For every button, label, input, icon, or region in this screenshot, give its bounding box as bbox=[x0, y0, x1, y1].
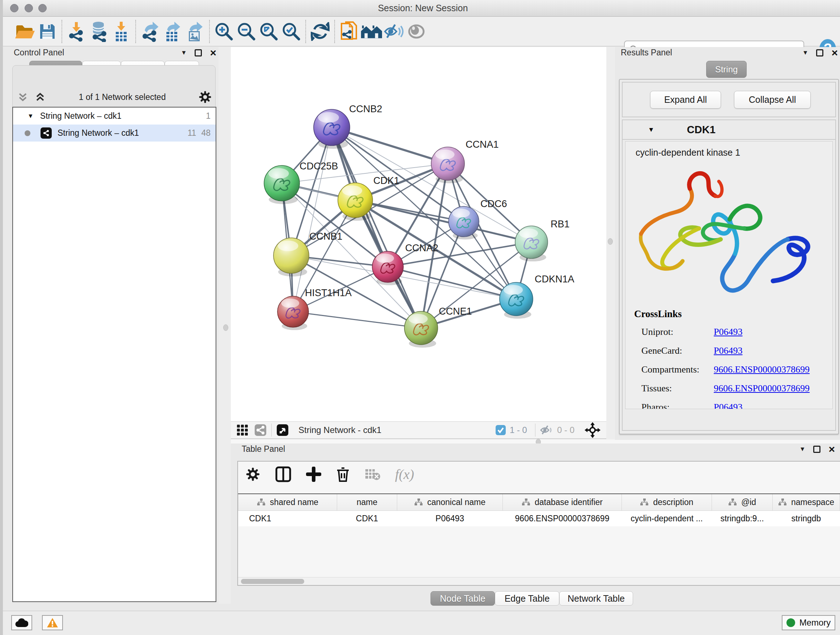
import-network-icon bbox=[67, 21, 86, 42]
expand-all-icon[interactable] bbox=[34, 91, 46, 103]
import-table-button[interactable] bbox=[110, 20, 133, 43]
table-options-gear-icon[interactable] bbox=[245, 467, 261, 482]
cell-shared-name[interactable]: CDK1 bbox=[238, 510, 337, 526]
network-edge[interactable] bbox=[388, 267, 516, 299]
crosslink-pharos-link[interactable]: P06493 bbox=[714, 402, 742, 409]
network-node-hist1h1a[interactable] bbox=[278, 296, 309, 330]
refresh-button[interactable] bbox=[309, 20, 332, 43]
panel-close-icon[interactable]: × bbox=[829, 446, 835, 453]
grid-view-icon[interactable] bbox=[236, 424, 249, 437]
network-node-ccnb1[interactable] bbox=[273, 238, 309, 277]
open-session-button[interactable] bbox=[14, 20, 36, 43]
network-from-file-button[interactable] bbox=[338, 20, 360, 43]
save-session-button[interactable] bbox=[36, 20, 58, 43]
pan-crosshair-icon[interactable] bbox=[584, 422, 600, 438]
network-node-ccne1[interactable] bbox=[404, 311, 438, 348]
cell-database-identifier[interactable]: 9606.ENSP00000378699 bbox=[503, 510, 622, 526]
network-row-selected[interactable]: String Network – cdk1 11 48 bbox=[13, 125, 216, 141]
home-view-button[interactable] bbox=[360, 20, 383, 43]
hidden-eye-slash-icon[interactable] bbox=[540, 424, 554, 436]
collection-expand-icon[interactable]: ▼ bbox=[27, 112, 34, 120]
column-header-description[interactable]: description bbox=[622, 494, 712, 510]
zoom-out-button[interactable] bbox=[235, 20, 257, 43]
show-columns-icon[interactable] bbox=[275, 466, 292, 483]
network-canvas[interactable]: CCNB2CCNA1CDC25BCDK1CDC6RB1CCNB1CCNA2CDK… bbox=[231, 47, 606, 421]
panel-float-icon[interactable] bbox=[813, 446, 821, 453]
crosslink-tissues-link[interactable]: 9606.ENSP00000378699 bbox=[714, 383, 810, 394]
birdseye-view-icon[interactable] bbox=[276, 424, 289, 437]
panel-menu-icon[interactable]: ▼ bbox=[802, 49, 808, 57]
tab-network-table[interactable]: Network Table bbox=[559, 591, 633, 606]
cell-name[interactable]: CDK1 bbox=[337, 510, 397, 526]
network-share-icon[interactable] bbox=[254, 424, 267, 437]
crosslink-genecard-link[interactable]: P06493 bbox=[714, 345, 742, 356]
panel-menu-icon[interactable]: ▼ bbox=[181, 49, 187, 57]
column-header-database-identifier[interactable]: database identifier bbox=[503, 494, 622, 510]
network-options-gear-icon[interactable] bbox=[198, 90, 212, 104]
column-header-namespace[interactable]: namespace bbox=[773, 494, 840, 510]
crosslink-label: Tissues: bbox=[641, 383, 714, 394]
import-network-file-button[interactable] bbox=[65, 20, 88, 43]
panel-close-icon[interactable]: × bbox=[210, 49, 216, 57]
cell-at-id[interactable]: stringdb:9... bbox=[712, 510, 773, 526]
tab-edge-table[interactable]: Edge Table bbox=[495, 591, 559, 606]
protein-section-header[interactable]: ▼ CDK1 bbox=[622, 120, 835, 140]
column-header-shared-name[interactable]: shared name bbox=[238, 494, 337, 510]
horizontal-scrollbar[interactable] bbox=[238, 577, 840, 585]
selected-checkbox-icon[interactable] bbox=[495, 424, 506, 435]
cloud-status-button[interactable] bbox=[11, 615, 32, 630]
tab-string[interactable]: String bbox=[706, 61, 747, 78]
export-image-button[interactable] bbox=[184, 20, 206, 43]
delete-table-icon[interactable] bbox=[365, 468, 381, 481]
show-graphics-button[interactable] bbox=[405, 20, 428, 43]
delete-column-icon[interactable] bbox=[336, 466, 350, 483]
zoom-in-button[interactable] bbox=[213, 20, 235, 43]
panel-float-icon[interactable] bbox=[816, 49, 823, 57]
network-node-ccnb2[interactable] bbox=[314, 109, 350, 149]
panel-divider[interactable] bbox=[231, 440, 840, 443]
network-node-cdc25b[interactable] bbox=[264, 165, 300, 204]
zoom-fit-button[interactable] bbox=[257, 20, 280, 43]
warning-status-button[interactable] bbox=[42, 615, 63, 630]
add-column-icon[interactable] bbox=[306, 467, 321, 482]
collapse-all-button[interactable]: Collapse All bbox=[734, 91, 811, 109]
network-node-cdkn1a[interactable] bbox=[500, 282, 533, 318]
zoom-selected-icon bbox=[281, 22, 301, 41]
table-row[interactable]: CDK1 CDK1 P06493 9606.ENSP00000378699 cy… bbox=[238, 510, 840, 526]
network-collection-row[interactable]: ▼ String Network – cdk1 1 bbox=[13, 108, 216, 125]
network-edge[interactable] bbox=[293, 312, 421, 328]
cell-namespace[interactable]: stringdb bbox=[773, 510, 840, 526]
panel-close-icon[interactable]: × bbox=[831, 49, 838, 57]
cell-description[interactable]: cyclin-dependent ... bbox=[622, 510, 712, 526]
network-edge[interactable] bbox=[293, 127, 332, 312]
hide-graphics-button[interactable] bbox=[383, 20, 405, 43]
network-node-rb1[interactable] bbox=[515, 226, 548, 261]
import-network-database-button[interactable] bbox=[88, 20, 110, 43]
column-header-canonical-name[interactable]: canonical name bbox=[397, 494, 503, 510]
section-collapse-icon[interactable]: ▼ bbox=[648, 126, 654, 134]
divider-handle[interactable] bbox=[223, 325, 228, 331]
function-builder-icon[interactable]: f(x) bbox=[395, 466, 414, 482]
expand-all-button[interactable]: Expand All bbox=[650, 91, 721, 109]
divider-handle[interactable] bbox=[608, 238, 613, 245]
network-node-ccna1[interactable] bbox=[431, 147, 464, 183]
crosslink-compartments-link[interactable]: 9606.ENSP00000378699 bbox=[714, 364, 810, 375]
zoom-selected-button[interactable] bbox=[280, 20, 302, 43]
cell-canonical-name[interactable]: P06493 bbox=[397, 510, 503, 526]
network-node-cdk1[interactable] bbox=[338, 183, 373, 221]
memory-button[interactable]: Memory bbox=[782, 615, 835, 630]
column-header-at-id[interactable]: @id bbox=[712, 494, 773, 510]
network-canvas-container[interactable]: CCNB2CCNA1CDC25BCDK1CDC6RB1CCNB1CCNA2CDK… bbox=[231, 47, 606, 421]
scrollbar-thumb[interactable] bbox=[241, 579, 304, 584]
export-table-button[interactable] bbox=[161, 20, 184, 43]
export-network-button[interactable] bbox=[139, 20, 161, 43]
network-node-ccna2[interactable] bbox=[372, 251, 403, 285]
network-node-cdc6[interactable] bbox=[448, 206, 479, 240]
collapse-all-icon[interactable] bbox=[17, 91, 29, 103]
panel-float-icon[interactable] bbox=[195, 49, 202, 57]
tab-node-table[interactable]: Node Table bbox=[431, 591, 495, 606]
column-header-name[interactable]: name bbox=[337, 494, 397, 510]
crosslink-uniprot-link[interactable]: P06493 bbox=[714, 326, 742, 337]
string-results-body: Expand All Collapse All ▼ CDK1 cyclin-de… bbox=[619, 79, 839, 434]
panel-menu-icon[interactable]: ▼ bbox=[799, 446, 806, 453]
